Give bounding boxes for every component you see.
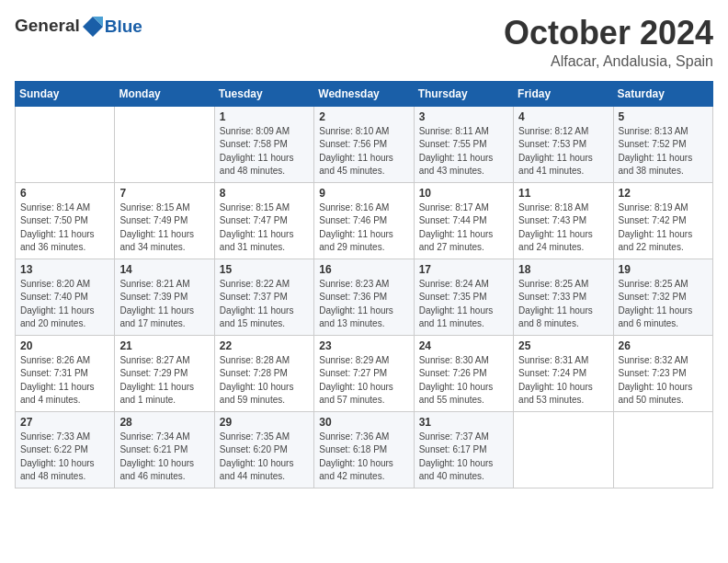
day-info: Sunrise: 8:31 AMSunset: 7:24 PMDaylight:…: [518, 354, 608, 408]
sunrise-label: Sunrise: 7:34 AM: [119, 431, 189, 442]
daylight-label: Daylight: 10 hours and 48 minutes.: [20, 458, 95, 482]
calendar-week-row: 27Sunrise: 7:33 AMSunset: 6:22 PMDayligh…: [16, 411, 713, 488]
sunrise-label: Sunrise: 8:20 AM: [20, 279, 90, 289]
sunrise-label: Sunrise: 8:32 AM: [619, 355, 688, 365]
sunset-label: Sunset: 7:39 PM: [119, 292, 188, 302]
day-number: 28: [119, 416, 209, 429]
calendar-cell: 6Sunrise: 8:14 AMSunset: 7:50 PMDaylight…: [16, 182, 115, 259]
sunrise-label: Sunrise: 8:31 AM: [518, 355, 588, 365]
sunset-label: Sunset: 7:33 PM: [518, 292, 586, 302]
sunset-label: Sunset: 7:32 PM: [619, 292, 687, 302]
day-number: 13: [20, 263, 109, 276]
sunrise-label: Sunrise: 7:35 AM: [220, 431, 290, 442]
calendar-cell: 28Sunrise: 7:34 AMSunset: 6:21 PMDayligh…: [115, 411, 214, 488]
sunrise-label: Sunrise: 8:27 AM: [119, 355, 189, 365]
daylight-label: Daylight: 10 hours and 59 minutes.: [220, 382, 294, 406]
sunset-label: Sunset: 7:23 PM: [619, 368, 687, 378]
day-info: Sunrise: 8:17 AMSunset: 7:44 PMDaylight:…: [419, 201, 508, 255]
calendar-cell: 15Sunrise: 8:22 AMSunset: 7:37 PMDayligh…: [214, 259, 313, 335]
sunrise-label: Sunrise: 7:37 AM: [419, 431, 489, 442]
sunrise-label: Sunrise: 8:30 AM: [419, 355, 489, 365]
page-header: General Blue October 2024 Alfacar, Andal…: [15, 15, 713, 70]
weekday-header-sunday: Sunday: [16, 81, 115, 106]
day-number: 19: [619, 263, 708, 276]
weekday-header-tuesday: Tuesday: [214, 81, 313, 106]
sunset-label: Sunset: 6:17 PM: [419, 444, 487, 454]
sunset-label: Sunset: 7:43 PM: [518, 215, 586, 225]
calendar-cell: 9Sunrise: 8:16 AMSunset: 7:46 PMDaylight…: [314, 182, 414, 259]
sunset-label: Sunset: 6:20 PM: [220, 444, 288, 454]
day-info: Sunrise: 8:25 AMSunset: 7:32 PMDaylight:…: [619, 278, 708, 331]
daylight-label: Daylight: 10 hours and 53 minutes.: [518, 382, 593, 406]
calendar-cell: 11Sunrise: 8:18 AMSunset: 7:43 PMDayligh…: [514, 182, 613, 259]
day-info: Sunrise: 8:13 AMSunset: 7:52 PMDaylight:…: [619, 125, 708, 178]
daylight-label: Daylight: 11 hours and 36 minutes.: [20, 229, 95, 253]
sunset-label: Sunset: 7:56 PM: [319, 139, 387, 149]
calendar-cell: 26Sunrise: 8:32 AMSunset: 7:23 PMDayligh…: [613, 335, 712, 411]
day-info: Sunrise: 8:20 AMSunset: 7:40 PMDaylight:…: [20, 278, 109, 331]
daylight-label: Daylight: 11 hours and 17 minutes.: [119, 305, 194, 329]
sunset-label: Sunset: 7:28 PM: [220, 368, 288, 378]
weekday-header-thursday: Thursday: [414, 81, 513, 106]
title-block: October 2024 Alfacar, Andalusia, Spain: [504, 15, 713, 70]
day-info: Sunrise: 8:30 AMSunset: 7:26 PMDaylight:…: [419, 354, 508, 408]
daylight-label: Daylight: 10 hours and 50 minutes.: [619, 382, 693, 406]
sunrise-label: Sunrise: 8:14 AM: [20, 202, 90, 213]
sunrise-label: Sunrise: 8:21 AM: [119, 279, 189, 289]
sunset-label: Sunset: 7:27 PM: [319, 368, 387, 378]
calendar-cell: [16, 106, 115, 182]
daylight-label: Daylight: 10 hours and 46 minutes.: [119, 458, 194, 482]
daylight-label: Daylight: 11 hours and 8 minutes.: [518, 305, 593, 329]
sunrise-label: Sunrise: 8:22 AM: [220, 279, 290, 289]
calendar-week-row: 1Sunrise: 8:09 AMSunset: 7:58 PMDaylight…: [16, 106, 713, 182]
day-number: 27: [20, 416, 109, 429]
sunrise-label: Sunrise: 8:24 AM: [419, 279, 489, 289]
calendar-cell: 27Sunrise: 7:33 AMSunset: 6:22 PMDayligh…: [16, 411, 115, 488]
day-number: 30: [319, 416, 408, 429]
daylight-label: Daylight: 10 hours and 55 minutes.: [419, 382, 494, 406]
daylight-label: Daylight: 10 hours and 44 minutes.: [220, 458, 294, 482]
daylight-label: Daylight: 11 hours and 22 minutes.: [619, 229, 693, 253]
day-number: 14: [119, 263, 209, 276]
calendar-cell: 21Sunrise: 8:27 AMSunset: 7:29 PMDayligh…: [115, 335, 214, 411]
day-info: Sunrise: 8:09 AMSunset: 7:58 PMDaylight:…: [220, 125, 309, 178]
sunset-label: Sunset: 6:22 PM: [20, 444, 88, 454]
daylight-label: Daylight: 10 hours and 40 minutes.: [419, 458, 494, 482]
calendar-header-row: SundayMondayTuesdayWednesdayThursdayFrid…: [16, 81, 713, 106]
sunrise-label: Sunrise: 8:15 AM: [119, 202, 189, 213]
weekday-header-monday: Monday: [115, 81, 214, 106]
calendar-cell: [115, 106, 214, 182]
day-info: Sunrise: 8:24 AMSunset: 7:35 PMDaylight:…: [419, 278, 508, 331]
sunrise-label: Sunrise: 8:15 AM: [220, 202, 290, 213]
sunset-label: Sunset: 6:21 PM: [119, 444, 188, 454]
day-info: Sunrise: 8:27 AMSunset: 7:29 PMDaylight:…: [119, 354, 209, 408]
calendar-week-row: 20Sunrise: 8:26 AMSunset: 7:31 PMDayligh…: [16, 335, 713, 411]
calendar-cell: 10Sunrise: 8:17 AMSunset: 7:44 PMDayligh…: [414, 182, 513, 259]
day-info: Sunrise: 8:11 AMSunset: 7:55 PMDaylight:…: [419, 125, 508, 178]
daylight-label: Daylight: 11 hours and 24 minutes.: [518, 229, 593, 253]
daylight-label: Daylight: 11 hours and 41 minutes.: [518, 153, 593, 177]
day-info: Sunrise: 8:26 AMSunset: 7:31 PMDaylight:…: [20, 354, 109, 408]
daylight-label: Daylight: 11 hours and 15 minutes.: [220, 305, 294, 329]
day-info: Sunrise: 8:18 AMSunset: 7:43 PMDaylight:…: [518, 201, 608, 255]
day-info: Sunrise: 7:33 AMSunset: 6:22 PMDaylight:…: [20, 431, 109, 484]
sunset-label: Sunset: 7:37 PM: [220, 292, 288, 302]
calendar-cell: 1Sunrise: 8:09 AMSunset: 7:58 PMDaylight…: [214, 106, 313, 182]
calendar-body: 1Sunrise: 8:09 AMSunset: 7:58 PMDaylight…: [16, 106, 713, 488]
day-number: 25: [518, 339, 608, 352]
daylight-label: Daylight: 11 hours and 4 minutes.: [20, 382, 95, 406]
calendar-cell: 2Sunrise: 8:10 AMSunset: 7:56 PMDaylight…: [314, 106, 414, 182]
daylight-label: Daylight: 11 hours and 6 minutes.: [619, 305, 693, 329]
day-number: 16: [319, 263, 408, 276]
calendar-cell: 12Sunrise: 8:19 AMSunset: 7:42 PMDayligh…: [613, 182, 712, 259]
sunset-label: Sunset: 7:26 PM: [419, 368, 487, 378]
day-number: 18: [518, 263, 608, 276]
calendar-cell: 23Sunrise: 8:29 AMSunset: 7:27 PMDayligh…: [314, 335, 414, 411]
sunrise-label: Sunrise: 8:25 AM: [619, 279, 688, 289]
sunset-label: Sunset: 7:46 PM: [319, 215, 387, 225]
daylight-label: Daylight: 11 hours and 31 minutes.: [220, 229, 294, 253]
calendar-cell: 22Sunrise: 8:28 AMSunset: 7:28 PMDayligh…: [214, 335, 313, 411]
day-info: Sunrise: 8:15 AMSunset: 7:49 PMDaylight:…: [119, 201, 209, 255]
day-number: 26: [619, 339, 708, 352]
sunrise-label: Sunrise: 8:25 AM: [518, 279, 588, 289]
